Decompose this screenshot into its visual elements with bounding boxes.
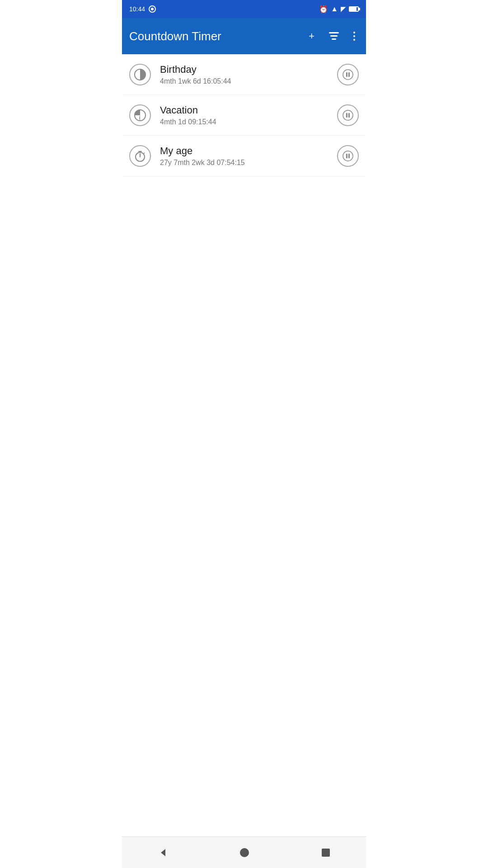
svg-rect-6 [348, 72, 350, 77]
pause-icon-vacation [343, 110, 353, 121]
nav-bar [122, 836, 366, 868]
add-button[interactable]: + [305, 28, 318, 45]
svg-line-15 [144, 153, 145, 154]
svg-rect-0 [329, 32, 339, 33]
timer-info-birthday: Birthday 4mth 1wk 6d 16:05:44 [160, 64, 332, 85]
svg-rect-1 [330, 35, 338, 37]
timer-item-vacation[interactable]: Vacation 4mth 1d 09:15:44 [122, 95, 366, 136]
alarm-icon: ⏰ [319, 5, 328, 14]
pause-icon-birthday [343, 69, 353, 80]
timer-type-icon-vacation [129, 104, 151, 126]
status-bar: 10:44 ⏰ ▲ ◤ [122, 0, 366, 18]
timer-info-vacation: Vacation 4mth 1d 09:15:44 [160, 104, 332, 126]
timer-pause-button-birthday[interactable] [337, 64, 359, 85]
timer-info-myage: My age 27y 7mth 2wk 3d 07:54:15 [160, 145, 332, 167]
more-options-icon [353, 32, 355, 41]
timer-pause-button-vacation[interactable] [337, 104, 359, 126]
svg-rect-2 [332, 38, 336, 40]
recent-button[interactable] [310, 842, 342, 863]
timer-name-birthday: Birthday [160, 64, 332, 75]
timer-item-myage[interactable]: My age 27y 7mth 2wk 3d 07:54:15 [122, 136, 366, 176]
timer-countdown-vacation: 4mth 1d 09:15:44 [160, 118, 332, 126]
svg-marker-19 [161, 849, 165, 856]
timer-name-myage: My age [160, 145, 332, 157]
status-notification-icon [149, 5, 156, 13]
svg-rect-5 [346, 72, 347, 77]
status-bar-right: ⏰ ▲ ◤ [319, 5, 359, 14]
svg-point-20 [240, 848, 249, 857]
pause-icon-myage [343, 151, 353, 161]
timer-pause-button-myage[interactable] [337, 145, 359, 167]
battery-icon [349, 6, 359, 12]
timer-countdown-myage: 27y 7mth 2wk 3d 07:54:15 [160, 159, 332, 167]
svg-rect-10 [348, 113, 350, 118]
app-bar: Countdown Timer + [122, 18, 366, 54]
timer-item-birthday[interactable]: Birthday 4mth 1wk 6d 16:05:44 [122, 54, 366, 95]
timer-countdown-birthday: 4mth 1wk 6d 16:05:44 [160, 77, 332, 85]
svg-point-16 [343, 151, 353, 161]
svg-rect-18 [348, 154, 350, 158]
status-bar-left: 10:44 [129, 5, 156, 13]
filter-icon [329, 32, 339, 40]
svg-point-4 [343, 70, 353, 80]
more-options-button[interactable] [350, 28, 359, 44]
wifi-icon: ▲ [331, 5, 338, 13]
svg-rect-9 [346, 113, 347, 118]
timer-name-vacation: Vacation [160, 104, 332, 116]
recent-icon [321, 848, 331, 858]
filter-button[interactable] [325, 28, 343, 44]
svg-rect-21 [322, 849, 330, 857]
back-icon [157, 847, 168, 858]
signal-icon: ◤ [341, 5, 346, 13]
timer-type-icon-birthday [129, 64, 151, 85]
svg-point-8 [343, 110, 353, 120]
status-time: 10:44 [129, 5, 145, 13]
app-title: Countdown Timer [129, 29, 298, 43]
timer-type-icon-myage [129, 145, 151, 167]
back-button[interactable] [146, 842, 179, 863]
timer-list: Birthday 4mth 1wk 6d 16:05:44 Vacation 4… [122, 54, 366, 836]
home-icon [239, 847, 250, 858]
svg-rect-17 [346, 154, 347, 158]
home-button[interactable] [228, 842, 261, 863]
